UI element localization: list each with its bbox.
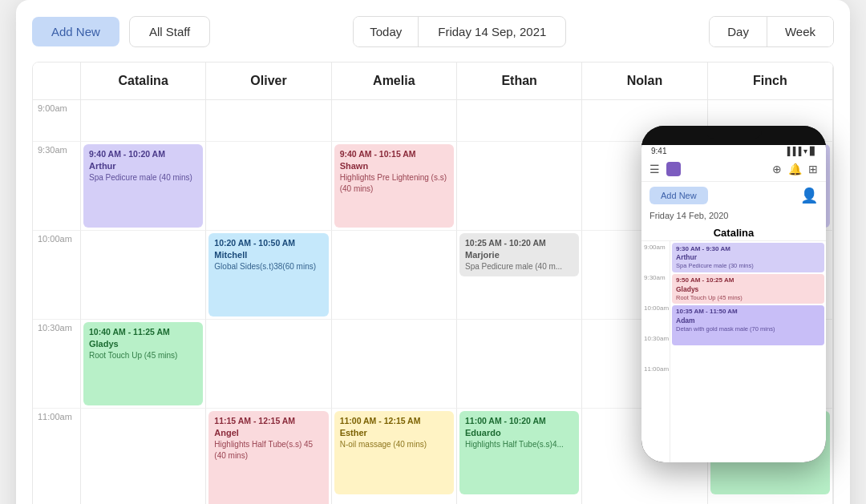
cal-amelia-900[interactable] [332,100,457,142]
phone-appointments: 9:30 AM - 9:30 AM Arthur Spa Pedicure ma… [670,241,826,462]
cal-ethan-1100[interactable]: 11:00 AM - 10:20 AM Eduardo Highlights H… [457,409,582,504]
phone-topbar-actions: ⊕ 🔔 ⊞ [772,163,818,175]
appt-ethan-marjorie[interactable]: 10:25 AM - 10:20 AM Marjorie Spa Pedicur… [459,233,579,276]
phone-time-1000: 10:00am [641,302,670,333]
current-date: Friday 14 Sep, 2021 [419,17,565,46]
time-slot-1100: 11:00am [33,409,81,504]
appt-catalina-arthur[interactable]: 9:40 AM - 10:20 AM Arthur Spa Pedicure m… [83,144,203,228]
day-view-button[interactable]: Day [710,17,767,46]
phone-time-column: 9:00am 9:30am 10:00am 10:30am 11:00am [641,241,670,462]
phone-appt-gladys[interactable]: 9:50 AM - 10:25 AM Gladys Root Touch Up … [672,274,824,304]
phone-add-row: Add New 👤 [641,182,826,209]
phone-notch [641,126,826,145]
phone-schedule: 9:00am 9:30am 10:00am 10:30am 11:00am 9:… [641,241,826,462]
cal-catalina-1000[interactable] [81,231,206,320]
phone-app-icon [666,162,681,176]
phone-overlay: 9:41 ▐▐▐ ▾ ▊ ☰ ⊕ 🔔 ⊞ Add New 👤 [641,126,826,462]
cal-catalina-1100[interactable] [81,409,206,504]
phone-date-label: Friday 14 Feb, 2020 [641,209,826,224]
phone-screen: ☰ ⊕ 🔔 ⊞ Add New 👤 Friday 14 Feb, 2020 Ca… [641,157,826,462]
cal-oliver-1030[interactable] [206,320,331,409]
staff-header-amelia: Amelia [332,62,457,100]
cal-oliver-1000[interactable]: 10:20 AM - 10:50 AM Mitchell Global Side… [206,231,331,320]
staff-header-nolan: Nolan [582,62,707,100]
phone-topbar: ☰ ⊕ 🔔 ⊞ [641,157,826,182]
phone-time: 9:41 [651,147,666,155]
phone-staff-label: Catalina [641,224,826,241]
cal-ethan-1000[interactable]: 10:25 AM - 10:20 AM Marjorie Spa Pedicur… [457,231,582,320]
cal-catalina-900[interactable] [81,100,206,142]
cal-amelia-1030[interactable] [332,320,457,409]
phone-add-icon[interactable]: ⊕ [772,163,782,175]
appt-amelia-shawn[interactable]: 9:40 AM - 10:15 AM Shawn Highlights Pre … [334,144,454,228]
phone-notch-bar [706,126,762,139]
cal-oliver-1100[interactable]: 11:15 AM - 12:15 AM Angel Highlights Hal… [206,409,331,504]
toolbar: Add New All Staff Today Friday 14 Sep, 2… [32,16,834,47]
cal-amelia-1100[interactable]: 11:00 AM - 12:15 AM Esther N-oil massage… [332,409,457,504]
appt-oliver-angel[interactable]: 11:15 AM - 12:15 AM Angel Highlights Hal… [208,411,328,504]
week-view-button[interactable]: Week [767,17,833,46]
time-slot-930: 9:30am [33,142,81,231]
phone-grid-icon[interactable]: ⊞ [808,163,818,175]
today-button[interactable]: Today [354,17,419,46]
time-slot-1030: 10:30am [33,320,81,409]
toolbar-center: Today Friday 14 Sep, 2021 [220,16,699,47]
phone-signal: ▐▐▐ ▾ ▊ [784,147,816,155]
calendar-wrapper: Catalina Oliver Amelia Ethan Nolan Finch… [32,62,834,504]
appt-amelia-esther[interactable]: 11:00 AM - 12:15 AM Esther N-oil massage… [334,411,454,494]
all-staff-button[interactable]: All Staff [129,16,210,47]
time-slot-900: 9:00am [33,100,81,142]
cal-amelia-930[interactable]: 9:40 AM - 10:15 AM Shawn Highlights Pre … [332,142,457,231]
phone-time-900: 9:00am [641,241,670,272]
cal-amelia-1000[interactable] [332,231,457,320]
phone-add-new-button[interactable]: Add New [650,187,708,204]
appt-ethan-eduardo[interactable]: 11:00 AM - 10:20 AM Eduardo Highlights H… [459,411,579,494]
view-toggle: Day Week [709,16,834,47]
phone-bell-icon[interactable]: 🔔 [788,163,802,175]
cal-ethan-1030[interactable] [457,320,582,409]
appt-oliver-mitchell[interactable]: 10:20 AM - 10:50 AM Mitchell Global Side… [208,233,328,317]
add-new-button[interactable]: Add New [32,17,119,46]
phone-person-icon[interactable]: 👤 [800,187,818,204]
time-header-cell [33,62,81,100]
cal-catalina-930[interactable]: 9:40 AM - 10:20 AM Arthur Spa Pedicure m… [81,142,206,231]
cal-oliver-930[interactable] [206,142,331,231]
cal-ethan-900[interactable] [457,100,582,142]
staff-header-finch: Finch [708,62,833,100]
staff-header-oliver: Oliver [206,62,331,100]
cal-ethan-930[interactable] [457,142,582,231]
phone-status-bar: 9:41 ▐▐▐ ▾ ▊ [641,145,826,157]
staff-header-catalina: Catalina [81,62,206,100]
cal-catalina-1030[interactable]: 10:40 AM - 11:25 AM Gladys Root Touch Up… [81,320,206,409]
phone-time-1030: 10:30am [641,333,670,363]
phone-appt-arthur[interactable]: 9:30 AM - 9:30 AM Arthur Spa Pedicure ma… [672,243,824,272]
appt-catalina-gladys[interactable]: 10:40 AM - 11:25 AM Gladys Root Touch Up… [83,322,203,405]
phone-appt-adam[interactable]: 10:35 AM - 11:50 AM Adam Detan with gold… [672,305,824,345]
phone-time-930: 9:30am [641,272,670,302]
staff-header-ethan: Ethan [457,62,582,100]
date-nav: Today Friday 14 Sep, 2021 [353,16,566,47]
cal-oliver-900[interactable] [206,100,331,142]
phone-time-1100: 11:00am [641,363,670,393]
phone-menu-icon[interactable]: ☰ [650,163,660,175]
time-slot-1000: 10:00am [33,231,81,320]
